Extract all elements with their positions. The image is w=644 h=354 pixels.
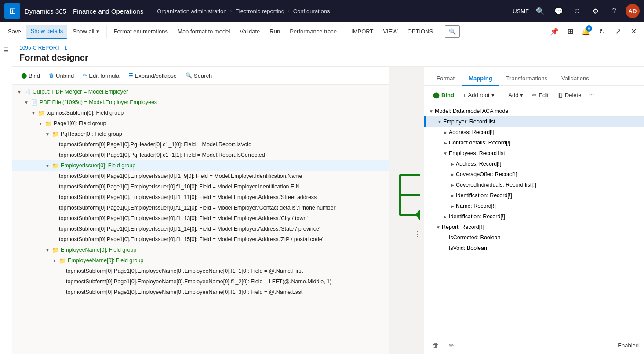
edit-footer-icon[interactable]: ✏ (445, 339, 458, 351)
tree-row[interactable]: ▶ topmostSubform[0].Page1[0].EmployerIss… (12, 224, 389, 234)
options-button[interactable]: OPTIONS (403, 25, 438, 39)
expand-arrow[interactable]: ▼ (44, 246, 51, 253)
model-tree-row[interactable]: ▶ CoverageOffer: Record[!] (424, 169, 644, 180)
expand-arrow[interactable]: ▼ (435, 224, 442, 231)
search-nav-icon[interactable]: 🔍 (533, 4, 547, 18)
pin-icon[interactable]: 📌 (547, 25, 561, 39)
tree-row[interactable]: ▶ topmostSubform[0].Page1[0].PgHeader[0]… (12, 139, 389, 150)
edit-formula-button[interactable]: ✏ Edit formula (79, 69, 123, 82)
bind-model-button[interactable]: ⬤ Bind (429, 89, 458, 101)
model-tree-row[interactable]: ▶ Identification: Record[!] (424, 190, 644, 201)
expand-arrow[interactable]: ▶ (449, 171, 456, 178)
show-all-button[interactable]: Show all ▾ (68, 25, 103, 39)
refresh-icon[interactable]: ↻ (595, 25, 609, 39)
tab-format[interactable]: Format (429, 72, 462, 86)
unbind-button[interactable]: 🗑 Unbind (45, 69, 77, 82)
model-tree-row[interactable]: ▶ Contact details: Record[!] (424, 137, 644, 148)
expand-arrow[interactable]: ▼ (16, 88, 23, 95)
tree-row[interactable]: ▶ topmostSubform[0].Page1[0].EmployerIss… (12, 192, 389, 202)
more-options-button[interactable]: ⋮ (412, 229, 422, 239)
import-button[interactable]: IMPORT (347, 25, 378, 39)
performance-trace-button[interactable]: Performance trace (285, 25, 341, 39)
save-button[interactable]: Save (4, 25, 25, 39)
tree-row[interactable]: ▶ topmostSubform[0].Page1[0].EmployerIss… (12, 213, 389, 224)
tree-row[interactable]: ▶ topmostSubform[0].Page1[0].EmployeeNam… (12, 287, 389, 297)
tree-row[interactable]: ▼ 📁 EmployeeName[0]: Field group (12, 245, 389, 255)
expand-arrow[interactable]: ▼ (44, 162, 51, 169)
expand-arrow[interactable]: ▶ (442, 213, 449, 220)
expand-arrow[interactable]: ▶ (449, 192, 456, 199)
expand-arrow[interactable]: ▼ (436, 118, 443, 125)
map-format-to-model-button[interactable]: Map format to model (173, 25, 234, 39)
model-tree-row[interactable]: ▶ IsCorrected: Boolean (424, 232, 644, 243)
expand-arrow[interactable]: ▶ (449, 181, 456, 188)
tree-row[interactable]: ▼ 📁 EmployeeName[0]: Field group (12, 255, 389, 266)
bind-format-button[interactable]: ⬤ Bind (18, 69, 44, 82)
run-button[interactable]: Run (265, 25, 284, 39)
tab-transformations[interactable]: Transformations (499, 72, 554, 86)
breadcrumb-er[interactable]: Electronic reporting (235, 8, 284, 14)
windows-icon[interactable]: ⊞ (563, 25, 577, 39)
expand-icon[interactable]: ⤢ (611, 25, 625, 39)
model-tree-row[interactable]: ▼ Employees: Record list (424, 148, 644, 159)
tree-row[interactable]: ▼ 📄 Output: PDF Merger = Model.Employer (12, 87, 389, 97)
breadcrumb-config[interactable]: Configurations (293, 8, 330, 14)
format-enumerations-button[interactable]: Format enumerations (109, 25, 173, 39)
breadcrumb-org[interactable]: Organization administration (157, 8, 226, 14)
expand-arrow[interactable]: ▼ (442, 150, 449, 157)
model-tree-row[interactable]: ▶ Address: Record[!] (424, 127, 644, 137)
settings-gear-icon[interactable]: ⚙ (589, 4, 603, 18)
model-more-button[interactable]: ··· (586, 90, 596, 100)
search-format-button[interactable]: 🔍 Search (182, 69, 215, 82)
model-tree-row[interactable]: ▶ Address: Record[!] (424, 159, 644, 169)
add-button[interactable]: + Add ▾ (500, 89, 527, 101)
expand-arrow[interactable]: ▼ (51, 257, 58, 264)
expand-arrow[interactable]: ▶ (449, 202, 456, 210)
add-root-button[interactable]: + Add root ▾ (459, 89, 498, 101)
user-avatar[interactable]: AD (626, 4, 640, 18)
chat-icon[interactable]: 💬 (552, 4, 566, 18)
model-tree-row[interactable]: ▶ CoveredIndividuals: Record list[!] (424, 180, 644, 190)
delete-button[interactable]: 🗑 Delete (554, 89, 585, 101)
tree-row[interactable]: ▼ 📁 Page1[0]: Field group (12, 118, 389, 129)
tab-mapping[interactable]: Mapping (462, 72, 499, 86)
tree-row[interactable]: ▶ topmostSubform[0].Page1[0].EmployerIss… (12, 234, 389, 245)
expand-arrow[interactable]: ▼ (428, 108, 435, 115)
expand-arrow[interactable]: ▶ (449, 160, 456, 167)
help-icon[interactable]: ? (607, 4, 621, 18)
close-icon[interactable]: ✕ (626, 25, 640, 39)
tree-row[interactable]: ▶ topmostSubform[0].Page1[0].EmployerIss… (12, 171, 389, 181)
view-button[interactable]: VIEW (378, 25, 402, 39)
expand-arrow[interactable]: ▼ (37, 120, 44, 127)
designer-breadcrumb[interactable]: 1095-C REPORT : 1 (19, 45, 637, 51)
tree-row[interactable]: ▼ 📁 PgHeader[0]: Field group (12, 129, 389, 139)
validate-button[interactable]: Validate (235, 25, 264, 39)
model-tree-row[interactable]: ▶ Name: Record[!] (424, 201, 644, 211)
delete-footer-icon[interactable]: 🗑 (429, 339, 442, 351)
model-tree-row[interactable]: ▼ Report: Record[!] (424, 222, 644, 232)
format-tree[interactable]: ▼ 📄 Output: PDF Merger = Model.Employer … (12, 85, 389, 354)
model-tree-row[interactable]: ▶ IsVoid: Boolean (424, 243, 644, 253)
expand-arrow[interactable]: ▼ (44, 130, 51, 137)
tree-row[interactable]: ▶ topmostSubform[0].Page1[0].EmployerIss… (12, 181, 389, 192)
apps-menu-icon[interactable]: ⊞ (4, 3, 20, 19)
filter-icon[interactable]: ☰ (1, 45, 11, 55)
expand-arrow[interactable]: ▶ (442, 139, 449, 146)
edit-button[interactable]: ✏ Edit (528, 89, 552, 101)
model-tree-row[interactable]: ▼ Employer: Record list (424, 116, 644, 127)
model-tree-row[interactable]: ▼ Model: Data model ACA model (424, 106, 644, 116)
show-details-button[interactable]: Show details (26, 25, 68, 39)
expand-arrow[interactable]: ▼ (23, 99, 30, 106)
expand-arrow[interactable]: ▶ (442, 129, 449, 136)
tree-row[interactable]: ▶ topmostSubform[0].Page1[0].EmployeeNam… (12, 266, 389, 276)
tree-row[interactable]: ▼ 📄 PDF File (f1095c) = Model.Employer.E… (12, 97, 389, 108)
expand-arrow[interactable]: ▼ (30, 109, 37, 116)
tree-row[interactable]: ▶ topmostSubform[0].Page1[0].EmployerIss… (12, 202, 389, 213)
notification-icon[interactable]: 🔔 0 (579, 25, 593, 39)
tab-validations[interactable]: Validations (554, 72, 596, 86)
model-tree[interactable]: ▼ Model: Data model ACA model ▼ Employer… (424, 104, 644, 336)
tree-row[interactable]: ▼ 📁 topmostSubform[0]: Field group (12, 108, 389, 118)
model-tree-row[interactable]: ▶ Identification: Record[!] (424, 211, 644, 222)
dynamics-365-label[interactable]: Dynamics 365 (25, 7, 73, 15)
tree-row[interactable]: ▼ 📁 EmployerIssuer[0]: Field group (12, 160, 389, 171)
